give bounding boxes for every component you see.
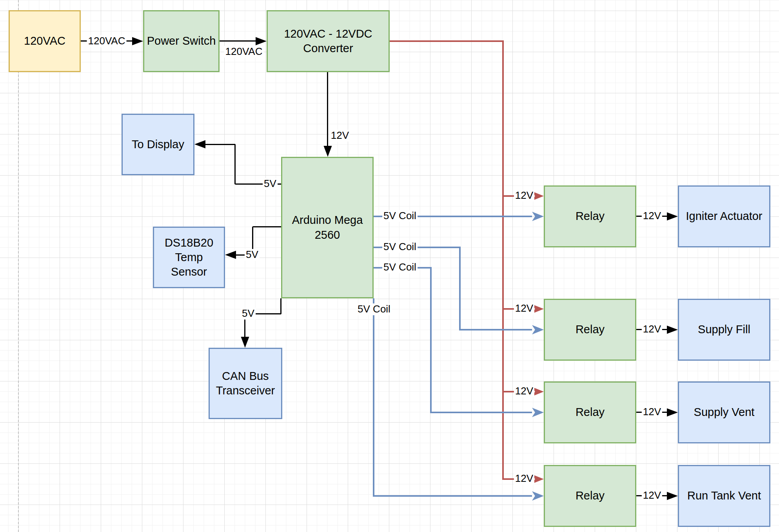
wire-label-coil3[interactable]: 5V Coil (382, 261, 418, 273)
box-arduino-mega-2560[interactable]: Arduino Mega 2560 (281, 157, 374, 298)
wire-coil2[interactable] (459, 329, 532, 330)
box-label: Supply Vent (694, 405, 755, 419)
wire-label-relay4-out[interactable]: 12V (642, 490, 662, 501)
wire-label-to-display[interactable]: 5V (263, 178, 278, 190)
diagram-canvas: 120VAC Power Switch 120VAC - 12VDC Conve… (0, 0, 779, 532)
wire-label-relay2-out[interactable]: 12V (642, 323, 662, 335)
box-igniter-actuator[interactable]: Igniter Actuator (678, 185, 770, 247)
box-label: Power Switch (147, 34, 216, 48)
wire-arduino-to-display[interactable] (205, 144, 235, 145)
box-label: 120VAC - 12VDC Converter (284, 27, 372, 56)
wire-coil4[interactable] (373, 495, 532, 497)
arrowhead-coil4 (532, 491, 544, 501)
wire-label-converter-to-arduino[interactable]: 12V (330, 130, 350, 142)
wire-switch-to-converter[interactable] (220, 40, 256, 42)
box-can-bus-transceiver[interactable]: CAN Bus Transceiver (209, 348, 282, 419)
wire-arduino-to-temp-sensor[interactable] (253, 226, 281, 227)
box-relay-1[interactable]: Relay (544, 185, 636, 247)
wire-label-relay3-in[interactable]: 12V (514, 385, 534, 397)
box-label: Relay (576, 405, 605, 419)
box-label: Relay (576, 488, 605, 503)
arrowhead-converter-to-arduino (323, 146, 332, 157)
box-relay-4[interactable]: Relay (544, 465, 636, 527)
wire-coil3[interactable] (430, 412, 532, 413)
arrowhead-relay3-out (667, 408, 678, 417)
box-label: To Display (132, 137, 184, 152)
wire-arduino-to-display[interactable] (234, 144, 236, 184)
arrowhead-to-temp-sensor (225, 251, 236, 259)
arrowhead-coil3 (532, 408, 544, 417)
box-label: DS18B20 Temp Sensor (165, 236, 213, 279)
wire-label-switch-to-converter[interactable]: 120VAC (224, 46, 264, 58)
page-boundary-line (18, 0, 19, 532)
arrowhead-relay2-out (667, 325, 678, 334)
box-supply-vent[interactable]: Supply Vent (678, 381, 770, 443)
box-label: Relay (576, 209, 605, 223)
wire-label-to-temp-sensor[interactable]: 5V (245, 249, 260, 261)
box-label: Relay (576, 322, 605, 337)
box-label: Igniter Actuator (686, 209, 762, 223)
arrowhead-ac-to-switch (132, 37, 143, 45)
wire-label-relay4-in[interactable]: 12V (514, 473, 534, 485)
box-power-switch[interactable]: Power Switch (143, 10, 220, 72)
wire-12v-bus[interactable] (502, 40, 504, 479)
box-label: Run Tank Vent (687, 488, 761, 503)
box-label: Supply Fill (698, 322, 750, 337)
wire-label-relay2-in[interactable]: 12V (514, 303, 534, 314)
wire-label-ac-to-switch[interactable]: 120VAC (87, 35, 127, 47)
wire-label-to-can[interactable]: 5V (241, 308, 256, 320)
wire-coil2[interactable] (459, 247, 461, 330)
wire-12v-bus[interactable] (390, 40, 504, 42)
box-run-tank-vent[interactable]: Run Tank Vent (678, 465, 770, 527)
arrowhead-coil1 (532, 212, 544, 221)
box-ac-dc-converter[interactable]: 120VAC - 12VDC Converter (267, 10, 390, 72)
wire-label-relay1-in[interactable]: 12V (514, 190, 534, 202)
wire-label-coil4[interactable]: 5V Coil (356, 303, 392, 315)
arrowhead-relay4-out (667, 492, 678, 500)
wire-label-relay1-out[interactable]: 12V (642, 210, 662, 222)
wire-label-coil1[interactable]: 5V Coil (382, 210, 418, 222)
arrowhead-coil2 (532, 325, 544, 334)
box-ds18b20-temp-sensor[interactable]: DS18B20 Temp Sensor (153, 227, 225, 288)
box-label: 120VAC (24, 34, 65, 48)
box-label: CAN Bus Transceiver (216, 369, 275, 398)
wire-converter-to-arduino[interactable] (327, 72, 328, 147)
box-to-display[interactable]: To Display (122, 114, 194, 175)
arrowhead-switch-to-converter (256, 37, 267, 45)
box-supply-fill[interactable]: Supply Fill (678, 299, 770, 361)
wire-arduino-to-can[interactable] (280, 298, 281, 314)
wire-coil4[interactable] (373, 298, 374, 496)
arrowhead-to-display (194, 140, 205, 149)
wire-label-coil2[interactable]: 5V Coil (382, 241, 418, 253)
arrowhead-relay1-out (667, 212, 678, 221)
arrowhead-to-can (241, 337, 249, 348)
box-relay-2[interactable]: Relay (544, 299, 636, 361)
box-120vac-source[interactable]: 120VAC (9, 10, 81, 72)
wire-coil3[interactable] (430, 267, 432, 412)
box-label: Arduino Mega 2560 (292, 213, 363, 242)
wire-label-relay3-out[interactable]: 12V (642, 406, 662, 418)
box-relay-3[interactable]: Relay (544, 381, 636, 443)
